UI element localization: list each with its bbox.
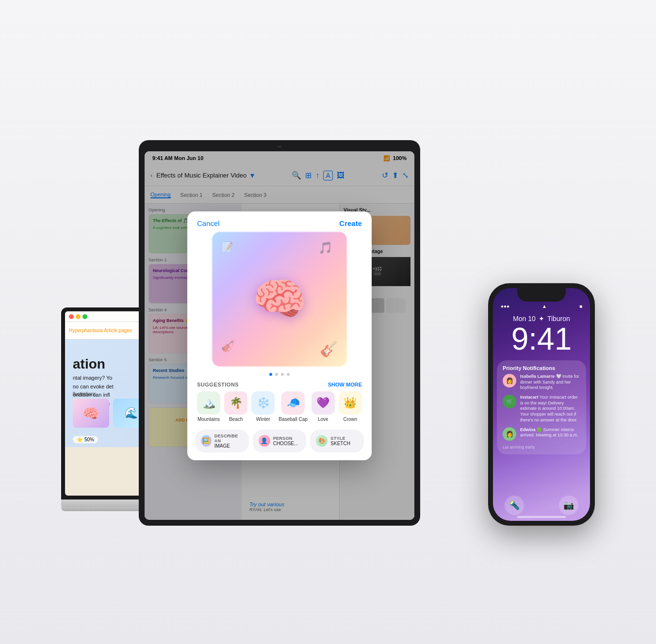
suggestions-header: SUGGESTIONS SHOW MORE: [187, 382, 372, 391]
suggestions-label: SUGGESTIONS: [197, 382, 239, 387]
beach-icon: 🌴: [224, 391, 247, 415]
iphone-clock: 9:41: [493, 323, 590, 354]
modal-header: Cancel Create: [187, 211, 372, 231]
show-more-button[interactable]: SHOW MORE: [328, 382, 362, 387]
main-scene: Mon Jun 10 9:41 AM Hyperphantasia Articl…: [61, 104, 595, 540]
iphone-battery-icon: ■: [579, 304, 582, 309]
instacart-avatar: 🛒: [503, 395, 516, 408]
ipad-content-area: Opening The Effects of 🎵Music on Memory …: [145, 204, 414, 520]
instacart-message: Instacart Your Instacart order is on the…: [520, 395, 580, 423]
edwina-message: Edwina 🟢 Summer interns arrived. Meeting…: [520, 427, 580, 438]
crown-icon: 👑: [339, 391, 362, 415]
describe-icon: 🖼️: [201, 435, 212, 447]
ai-generated-image: 🧠 🎸 🎵 🎻 📝: [212, 231, 347, 367]
notification-instacart: 🛒 Instacart Your Instacart order is on t…: [503, 395, 580, 423]
modal-cancel-button[interactable]: Cancel: [197, 219, 220, 227]
dot-2: [275, 373, 278, 376]
iphone-frame: ●●● ▲ ■ Mon 10 ✦ Tiburon 9:41 Priority N…: [488, 283, 595, 526]
edwina-avatar: 👩: [503, 427, 516, 441]
dot-1: [269, 373, 272, 376]
isabella-avatar: 👩: [503, 374, 516, 387]
style-icon: 🎨: [316, 435, 328, 447]
baseball-cap-label: Baseball Cap: [279, 417, 307, 422]
mountains-icon: 🏔️: [197, 391, 220, 415]
suggestion-baseball-cap[interactable]: 🧢 Baseball Cap: [279, 391, 307, 422]
camera-button[interactable]: 📷: [559, 496, 578, 515]
winter-icon: ❄️: [251, 391, 275, 415]
crown-label: Crown: [343, 417, 357, 422]
home-indicator: [517, 516, 566, 518]
beach-label: Beach: [229, 417, 243, 422]
isabella-message: Isabella Lamarre 🤍 Invite for dinner wit…: [520, 374, 580, 391]
modal-image-area: 🧠 🎸 🎵 🎻 📝: [187, 231, 372, 367]
iphone-notch: [517, 288, 566, 302]
zoom-badge: ⭐ 50%: [73, 436, 98, 443]
style-sketch-button[interactable]: 🎨 STYLE SKETCH: [310, 430, 364, 452]
priority-notifications-widget: Priority Notifications 👩 Isabella Lamarr…: [497, 360, 586, 454]
baseball-cap-icon: 🧢: [281, 391, 305, 415]
modal-pagination-dots: [187, 367, 372, 382]
notification-isabella: 👩 Isabella Lamarre 🤍 Invite for dinner w…: [503, 374, 580, 391]
notifications-header: Priority Notifications: [503, 365, 580, 371]
ipad-frame: 9:41 AM Mon Jun 10 📶 100% ‹ Effects of M…: [139, 140, 420, 526]
ai-image-modal: Cancel Create 🧠 🎸 🎵 🎻: [187, 211, 372, 460]
love-label: Love: [318, 417, 328, 422]
mountains-label: Mountains: [197, 417, 220, 422]
winter-label: Winter: [256, 417, 270, 422]
iphone-status-bar: ●●● ▲ ■: [493, 302, 590, 311]
suggestion-love[interactable]: 💜 Love: [312, 391, 335, 422]
modal-create-button[interactable]: Create: [339, 219, 362, 227]
iphone-screen: ●●● ▲ ■ Mon 10 ✦ Tiburon 9:41 Priority N…: [493, 288, 590, 521]
suggestion-beach[interactable]: 🌴 Beach: [224, 391, 247, 422]
iphone-wifi-icon: ▲: [542, 304, 547, 309]
suggestion-crown[interactable]: 👑 Crown: [339, 391, 362, 422]
suggestion-mountains[interactable]: 🏔️ Mountains: [197, 391, 220, 422]
ipad-screen: 9:41 AM Mon Jun 10 📶 100% ‹ Effects of M…: [145, 151, 414, 520]
love-icon: 💜: [312, 391, 335, 415]
dot-3: [281, 373, 284, 376]
describe-image-button[interactable]: 🖼️ DESCRIBE AN IMAGE: [195, 430, 249, 452]
modal-overlay: Cancel Create 🧠 🎸 🎵 🎻: [145, 151, 414, 520]
flashlight-button[interactable]: 🔦: [505, 496, 524, 515]
illus-1: 🧠: [73, 399, 109, 428]
iphone-signal: ●●●: [501, 304, 509, 309]
suggestion-winter[interactable]: ❄️ Winter: [251, 391, 275, 422]
modal-action-buttons: 🖼️ DESCRIBE AN IMAGE 👤 PERSON: [187, 430, 372, 460]
person-icon: 👤: [259, 435, 270, 447]
ipad-device: 9:41 AM Mon Jun 10 📶 100% ‹ Effects of M…: [139, 140, 420, 526]
dot-4: [287, 373, 290, 376]
notification-edwina: 👩 Edwina 🟢 Summer interns arrived. Meeti…: [503, 427, 580, 441]
pages-app-name: Hyperphantasia Article.pages: [69, 328, 132, 333]
suggestions-list: 🏔️ Mountains 🌴 Beach ❄️ Winter: [187, 391, 372, 430]
person-choose-button[interactable]: 👤 PERSON CHOOSE...: [253, 430, 307, 452]
lia-arriving: Lia arriving early.: [503, 445, 580, 450]
iphone-device: ●●● ▲ ■ Mon 10 ✦ Tiburon 9:41 Priority N…: [488, 283, 595, 526]
